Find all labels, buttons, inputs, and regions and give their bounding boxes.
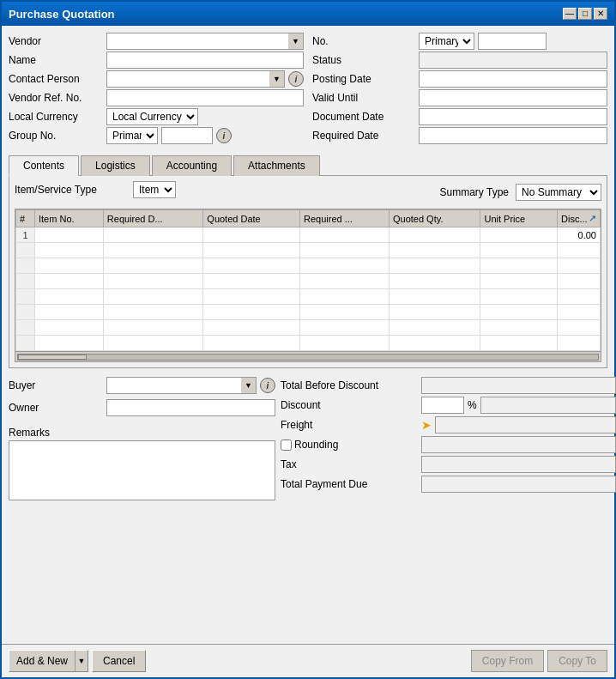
total-payment-due-input: GBP 0.00: [421, 476, 616, 493]
row-unit-price-1[interactable]: [480, 227, 558, 243]
table-row: [16, 336, 601, 351]
rounding-input[interactable]: GBP 0.00: [421, 436, 616, 453]
item-service-type-row: Item/Service Type Item: [15, 181, 176, 198]
required-date-input[interactable]: [419, 127, 607, 144]
row-disc-1[interactable]: 0.00: [558, 227, 601, 243]
vendor-ref-input[interactable]: [106, 89, 304, 106]
minimize-button[interactable]: —: [563, 8, 577, 20]
table-row: [16, 258, 601, 274]
row-required-d-1[interactable]: [103, 227, 203, 243]
buyer-info-btn[interactable]: i: [260, 378, 275, 393]
item-service-label: Item/Service Type: [15, 184, 126, 196]
vendor-dropdown-btn[interactable]: ▼: [288, 33, 304, 50]
discount-row: Discount %: [281, 397, 616, 414]
valid-until-label: Valid Until: [312, 92, 415, 104]
buyer-dropdown-btn[interactable]: ▼: [241, 377, 257, 394]
group-no-input[interactable]: 1: [161, 127, 213, 144]
vendor-label: Vendor: [9, 35, 103, 47]
freight-input[interactable]: [435, 416, 616, 433]
right-bottom-totals: Total Before Discount Discount % Freight…: [281, 377, 616, 500]
tabs-header: Contents Logistics Accounting Attachment…: [9, 155, 607, 176]
buyer-input[interactable]: -No Sales Employee-: [106, 377, 241, 394]
footer-right-buttons: Copy From Copy To: [471, 650, 607, 672]
add-new-arrow-btn[interactable]: ▼: [75, 650, 88, 672]
rounding-checkbox[interactable]: [281, 440, 292, 451]
footer-left-buttons: Add & New ▼ Cancel: [9, 650, 146, 672]
rounding-row: Rounding GBP 0.00: [281, 436, 616, 453]
contact-person-info-btn[interactable]: i: [288, 71, 304, 87]
item-service-select[interactable]: Item: [133, 181, 176, 198]
contact-person-group: ▼: [106, 70, 285, 88]
summary-type-select[interactable]: No Summary: [516, 184, 601, 201]
tab-contents[interactable]: Contents: [9, 155, 79, 176]
rounding-label: Rounding: [281, 439, 418, 451]
main-content: Vendor ▼ Name Contact Person ▼: [2, 26, 614, 644]
tab-attachments[interactable]: Attachments: [233, 155, 320, 176]
remarks-area: Remarks: [9, 427, 275, 500]
no-prefix-select[interactable]: Primary: [419, 33, 474, 50]
local-currency-row: Local Currency Local Currency: [9, 108, 304, 125]
window-controls: — □ ✕: [563, 8, 607, 20]
contact-person-dropdown-btn[interactable]: ▼: [269, 70, 285, 88]
buyer-label: Buyer: [9, 379, 103, 391]
name-label: Name: [9, 54, 103, 66]
close-button[interactable]: ✕: [594, 8, 607, 20]
purchase-quotation-window: Purchase Quotation — □ ✕ Vendor ▼ Name: [0, 0, 616, 679]
tax-row: Tax: [281, 456, 616, 473]
group-no-select[interactable]: Primary: [106, 127, 158, 144]
cancel-button[interactable]: Cancel: [92, 650, 146, 672]
expand-table-icon[interactable]: ↗: [589, 213, 596, 224]
row-item-no-1[interactable]: [35, 227, 104, 243]
row-quoted-qty-1[interactable]: [389, 227, 480, 243]
maximize-button[interactable]: □: [578, 8, 592, 20]
vendor-ref-label: Vendor Ref. No.: [9, 92, 103, 104]
name-input[interactable]: [106, 52, 304, 69]
col-header-disc: Disc... ↗: [558, 210, 601, 227]
freight-label: Freight: [281, 419, 418, 431]
buyer-row: Buyer -No Sales Employee- ▼ i: [9, 377, 275, 394]
vendor-ref-row: Vendor Ref. No.: [9, 89, 304, 106]
no-label: No.: [312, 35, 415, 47]
col-header-item-no: Item No.: [35, 210, 104, 227]
vendor-row: Vendor ▼: [9, 33, 304, 50]
tab-logistics[interactable]: Logistics: [81, 155, 150, 176]
tab-accounting[interactable]: Accounting: [152, 155, 232, 176]
total-before-discount-row: Total Before Discount: [281, 377, 616, 394]
group-no-info-btn[interactable]: i: [216, 128, 232, 143]
scrollbar-thumb[interactable]: [18, 355, 87, 360]
group-no-label: Group No.: [9, 130, 103, 142]
remarks-label: Remarks: [9, 427, 275, 439]
buyer-input-group: -No Sales Employee- ▼: [106, 377, 257, 394]
table-row: [16, 305, 601, 320]
vendor-input-group: ▼: [106, 33, 304, 50]
contact-person-label: Contact Person: [9, 73, 103, 85]
vendor-input[interactable]: [106, 33, 288, 50]
table-row: [16, 274, 601, 289]
contact-person-input[interactable]: [106, 70, 269, 88]
owner-input[interactable]: [106, 399, 275, 416]
table-scrollbar[interactable]: [15, 352, 601, 362]
required-date-label: Required Date: [312, 130, 415, 142]
scrollbar-track[interactable]: [17, 354, 599, 361]
total-before-discount-input: [421, 377, 616, 394]
contact-person-row: Contact Person ▼ i: [9, 70, 304, 88]
tax-label: Tax: [281, 458, 418, 470]
valid-until-input[interactable]: [419, 89, 607, 106]
left-bottom: Buyer -No Sales Employee- ▼ i Owner Rema…: [9, 377, 275, 500]
remarks-textarea[interactable]: [9, 440, 275, 500]
local-currency-select[interactable]: Local Currency: [106, 108, 198, 125]
col-header-quoted-qty: Quoted Qty.: [389, 210, 480, 227]
posting-date-input[interactable]: 28.04.21: [419, 70, 607, 88]
add-new-main-btn[interactable]: Add & New: [9, 650, 75, 672]
col-header-unit-price: Unit Price: [480, 210, 558, 227]
status-label: Status: [312, 54, 415, 66]
discount-value-input[interactable]: [421, 397, 464, 414]
document-date-input[interactable]: 28.04.21: [419, 108, 607, 125]
required-date-row: Required Date: [312, 127, 607, 144]
no-input[interactable]: 1: [478, 33, 547, 50]
copy-to-button: Copy To: [547, 650, 607, 672]
document-date-label: Document Date: [312, 111, 415, 123]
right-form-column: No. Primary 1 Status Open Posting Date 2…: [312, 33, 607, 146]
row-quoted-date-1[interactable]: [203, 227, 300, 243]
row-required2-1[interactable]: [299, 227, 389, 243]
